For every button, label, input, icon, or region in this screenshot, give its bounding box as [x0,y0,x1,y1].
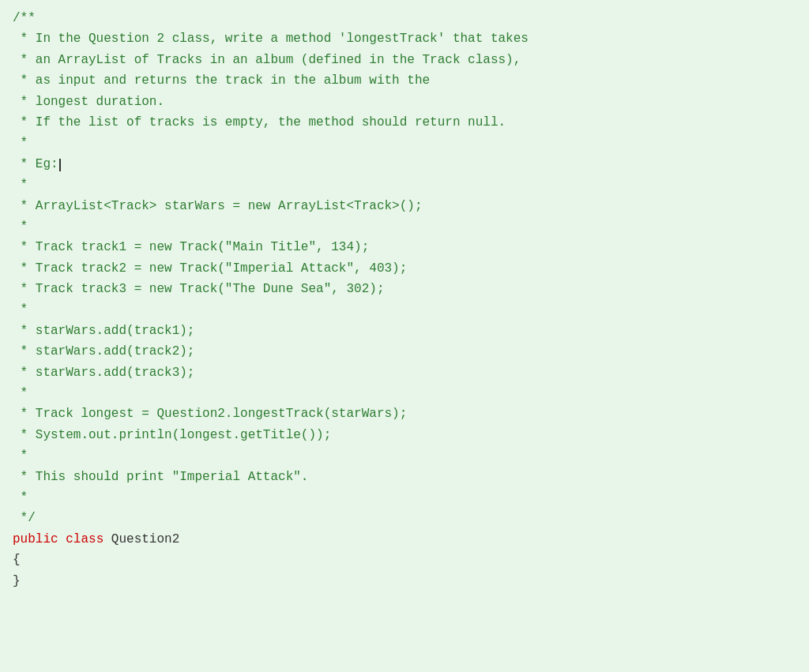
code-line: * [13,490,28,505]
code-text [58,532,66,546]
code-container: /** * In the Question 2 class, write a m… [0,0,809,672]
code-text: Question2 [103,532,179,546]
code-line: * If the list of tracks is empty, the me… [13,115,506,130]
code-line: * Track track1 = new Track("Main Title",… [13,240,369,254]
code-line: { [13,553,21,567]
code-line: * [13,302,28,317]
code-line: * starWars.add(track3); [13,366,194,380]
code-line: * [13,136,28,150]
keyword: class [66,532,103,546]
code-line: * Track track3 = new Track("The Dune Sea… [13,282,384,296]
code-line: * an ArrayList of Tracks in an album (de… [13,53,521,67]
code-line: * System.out.println(longest.getTitle())… [13,428,331,442]
code-line: * Track track2 = new Track("Imperial Att… [13,261,407,276]
code-line: /** [13,11,36,25]
code-line: * [13,449,28,463]
code-line: */ [13,511,36,525]
code-line: * longest duration. [13,95,164,109]
keyword: public [13,532,58,546]
code-line: * [13,178,28,192]
code-line: * starWars.add(track2); [13,344,194,359]
code-line: * ArrayList<Track> starWars = new ArrayL… [13,199,422,213]
text-cursor [59,159,61,171]
code-line-cursor: * Eg: [13,157,61,171]
code-line: * as input and returns the track in the … [13,73,430,88]
code-line: * [13,220,28,234]
code-line: } [13,574,21,588]
code-line: * This should print "Imperial Attack". [13,470,308,484]
code-line: * In the Question 2 class, write a metho… [13,32,529,46]
code-block: /** * In the Question 2 class, write a m… [13,8,796,591]
code-line: * starWars.add(track1); [13,324,194,338]
code-line: * Track longest = Question2.longestTrack… [13,407,407,421]
code-line: * [13,386,28,400]
